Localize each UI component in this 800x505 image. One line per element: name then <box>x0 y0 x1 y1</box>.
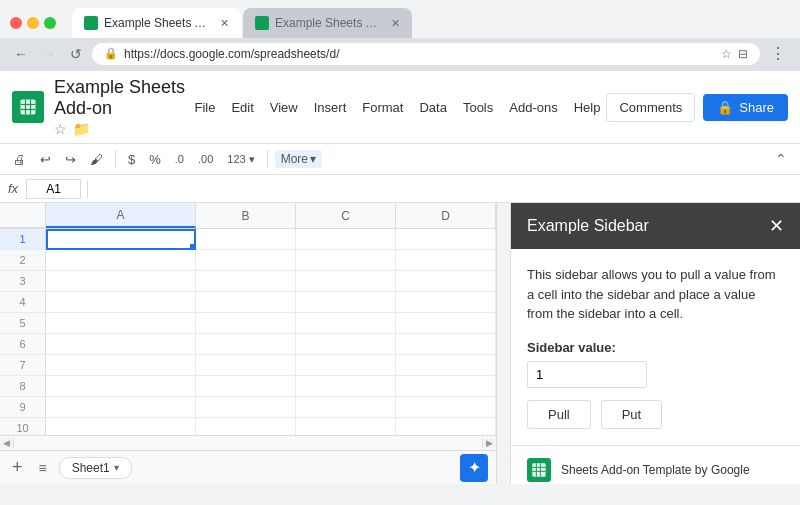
cell-a9[interactable] <box>46 397 196 418</box>
browser-menu-button[interactable]: ⋮ <box>766 42 790 65</box>
cell-b5[interactable] <box>196 313 296 334</box>
menu-view[interactable]: View <box>264 98 304 117</box>
more-button[interactable]: More ▾ <box>275 150 322 168</box>
decimal-inc-button[interactable]: .00 <box>193 150 218 168</box>
cell-b1[interactable] <box>196 229 296 250</box>
col-header-b[interactable]: B <box>196 203 296 228</box>
window-icon[interactable]: ⊟ <box>738 47 748 61</box>
sidebar: Example Sidebar ✕ This sidebar allows yo… <box>510 203 800 484</box>
cell-d5[interactable] <box>396 313 496 334</box>
scroll-right-button[interactable]: ▶ <box>482 438 496 448</box>
folder-icon[interactable]: 📁 <box>73 121 90 137</box>
cell-a2[interactable] <box>46 250 196 271</box>
cell-b4[interactable] <box>196 292 296 313</box>
cell-a5[interactable] <box>46 313 196 334</box>
col-header-c[interactable]: C <box>296 203 396 228</box>
cell-a10[interactable] <box>46 418 196 435</box>
percent-button[interactable]: % <box>144 149 166 170</box>
nav-back-button[interactable]: ← <box>10 44 32 64</box>
cell-d3[interactable] <box>396 271 496 292</box>
cell-d1[interactable] <box>396 229 496 250</box>
share-button[interactable]: 🔒 Share <box>703 94 788 121</box>
cell-c10[interactable] <box>296 418 396 435</box>
put-button[interactable]: Put <box>601 400 663 429</box>
scroll-left-button[interactable]: ◀ <box>0 438 14 448</box>
cell-c5[interactable] <box>296 313 396 334</box>
cell-c8[interactable] <box>296 376 396 397</box>
vertical-scrollbar[interactable] <box>496 203 510 484</box>
cell-c9[interactable] <box>296 397 396 418</box>
currency-button[interactable]: $ <box>123 149 140 170</box>
dot-green[interactable] <box>44 17 56 29</box>
menu-tools[interactable]: Tools <box>457 98 499 117</box>
menu-file[interactable]: File <box>188 98 221 117</box>
cell-d2[interactable] <box>396 250 496 271</box>
cell-c6[interactable] <box>296 334 396 355</box>
row-number-7: 7 <box>0 355 46 375</box>
cell-b10[interactable] <box>196 418 296 435</box>
horizontal-scrollbar[interactable]: ◀ ▶ <box>0 435 496 450</box>
cell-a3[interactable] <box>46 271 196 292</box>
menu-help[interactable]: Help <box>568 98 607 117</box>
cell-d6[interactable] <box>396 334 496 355</box>
collapse-toolbar-button[interactable]: ⌃ <box>770 148 792 170</box>
cell-d4[interactable] <box>396 292 496 313</box>
sidebar-value-input[interactable] <box>527 361 647 388</box>
tab-active[interactable]: Example Sheets Add-on ✕ <box>72 8 241 38</box>
comments-button[interactable]: Comments <box>606 93 695 122</box>
cell-b9[interactable] <box>196 397 296 418</box>
cell-a6[interactable] <box>46 334 196 355</box>
paint-format-button[interactable]: 🖌 <box>85 149 108 170</box>
table-row: 5 <box>0 313 496 334</box>
sheet-tab[interactable]: Sheet1 ▾ <box>59 457 132 479</box>
menu-format[interactable]: Format <box>356 98 409 117</box>
bookmark-icon[interactable]: ☆ <box>721 47 732 61</box>
tab-close-1[interactable]: ✕ <box>220 17 229 30</box>
cell-c7[interactable] <box>296 355 396 376</box>
sidebar-close-button[interactable]: ✕ <box>769 215 784 237</box>
nav-forward-button[interactable]: → <box>38 44 60 64</box>
cell-d8[interactable] <box>396 376 496 397</box>
cell-b3[interactable] <box>196 271 296 292</box>
number-format-button[interactable]: 123 ▾ <box>222 150 259 169</box>
cell-c4[interactable] <box>296 292 396 313</box>
cell-a8[interactable] <box>46 376 196 397</box>
star-icon[interactable]: ☆ <box>54 121 67 137</box>
menu-addons[interactable]: Add-ons <box>503 98 563 117</box>
cell-d9[interactable] <box>396 397 496 418</box>
tab-inactive[interactable]: Example Sheets Add-on - Goo... ✕ <box>243 8 412 38</box>
menu-edit[interactable]: Edit <box>225 98 259 117</box>
menu-insert[interactable]: Insert <box>308 98 353 117</box>
dot-red[interactable] <box>10 17 22 29</box>
decimal-dec-button[interactable]: .0 <box>170 150 189 168</box>
explore-button[interactable]: ✦ <box>460 454 488 482</box>
cell-b7[interactable] <box>196 355 296 376</box>
tab-close-2[interactable]: ✕ <box>391 17 400 30</box>
cell-reference-input[interactable] <box>26 179 81 199</box>
cell-c3[interactable] <box>296 271 396 292</box>
undo-button[interactable]: ↩ <box>35 149 56 170</box>
cell-a7[interactable] <box>46 355 196 376</box>
cell-c2[interactable] <box>296 250 396 271</box>
add-sheet-button[interactable]: + <box>8 457 27 478</box>
row-number-2: 2 <box>0 250 46 270</box>
cell-b2[interactable] <box>196 250 296 271</box>
nav-refresh-button[interactable]: ↺ <box>66 44 86 64</box>
cell-c1[interactable] <box>296 229 396 250</box>
redo-button[interactable]: ↪ <box>60 149 81 170</box>
col-header-a[interactable]: A <box>46 203 196 228</box>
cell-d7[interactable] <box>396 355 496 376</box>
cell-a4[interactable] <box>46 292 196 313</box>
cell-b6[interactable] <box>196 334 296 355</box>
address-box[interactable]: 🔒 https://docs.google.com/spreadsheets/d… <box>92 43 760 65</box>
menu-data[interactable]: Data <box>413 98 452 117</box>
sheet-list-button[interactable]: ≡ <box>35 460 51 476</box>
pull-button[interactable]: Pull <box>527 400 591 429</box>
cell-b8[interactable] <box>196 376 296 397</box>
cell-a1[interactable] <box>46 229 196 250</box>
print-button[interactable]: 🖨 <box>8 149 31 170</box>
dot-yellow[interactable] <box>27 17 39 29</box>
row-number-8: 8 <box>0 376 46 396</box>
cell-d10[interactable] <box>396 418 496 435</box>
col-header-d[interactable]: D <box>396 203 496 228</box>
